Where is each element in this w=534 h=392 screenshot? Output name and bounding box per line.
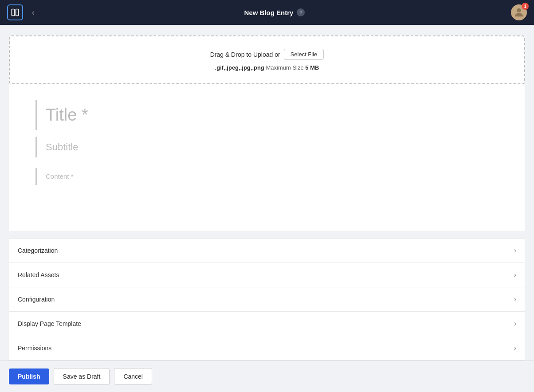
svg-point-2 — [517, 8, 521, 12]
notification-badge: 1 — [522, 3, 529, 10]
upload-drag-row: Drag & Drop to Upload or Select File — [210, 49, 324, 60]
publish-button[interactable]: Publish — [9, 368, 49, 384]
nav-right: 1 — [511, 4, 527, 20]
save-draft-button[interactable]: Save as Draft — [54, 368, 110, 385]
subtitle-field-wrapper — [35, 137, 499, 157]
accordion-item-related-assets[interactable]: Related Assets › — [9, 263, 525, 287]
content-input[interactable] — [46, 172, 499, 180]
page-title-text: New Blog Entry — [244, 9, 294, 16]
subtitle-input[interactable] — [46, 141, 499, 153]
accordion-label: Permissions — [18, 345, 51, 352]
cancel-button[interactable]: Cancel — [114, 368, 152, 385]
upload-info-row: .gif,.jpeg,.jpg,.png Maximum Size 5 MB — [215, 64, 319, 71]
accordion-item-permissions[interactable]: Permissions › — [9, 336, 525, 361]
accordion-label: Related Assets — [18, 271, 59, 278]
select-file-button[interactable]: Select File — [284, 49, 324, 60]
nav-left: ‹ — [7, 4, 38, 20]
drag-drop-text: Drag & Drop to Upload or — [210, 51, 280, 58]
accordion-item-display-page-template[interactable]: Display Page Template › — [9, 312, 525, 336]
svg-rect-0 — [12, 9, 15, 16]
editor-area — [9, 84, 525, 231]
accordion-item-categorization[interactable]: Categorization › — [9, 239, 525, 263]
chevron-right-icon: › — [514, 247, 516, 255]
svg-rect-1 — [16, 9, 19, 16]
page-title: New Blog Entry ? — [244, 8, 305, 16]
chevron-right-icon: › — [514, 344, 516, 352]
user-avatar-button[interactable]: 1 — [511, 4, 527, 20]
upload-zone[interactable]: Drag & Drop to Upload or Select File .gi… — [9, 35, 525, 84]
accordion-item-configuration[interactable]: Configuration › — [9, 287, 525, 312]
title-field-wrapper — [35, 100, 499, 130]
back-button[interactable]: ‹ — [28, 6, 38, 19]
max-size-text: Maximum Size 5 MB — [266, 64, 319, 71]
sidebar-toggle-button[interactable] — [7, 4, 23, 20]
top-nav: ‹ New Blog Entry ? 1 — [0, 0, 534, 25]
main-content: Drag & Drop to Upload or Select File .gi… — [0, 25, 534, 361]
accordion-list: Categorization › Related Assets › Config… — [9, 238, 525, 361]
help-icon[interactable]: ? — [297, 8, 305, 16]
chevron-right-icon: › — [514, 320, 516, 328]
title-input[interactable] — [46, 106, 499, 125]
accordion-label: Categorization — [18, 247, 58, 254]
accordion-label: Configuration — [18, 296, 55, 303]
file-types-text: .gif,.jpeg,.jpg,.png — [215, 64, 264, 71]
chevron-right-icon: › — [514, 295, 516, 303]
accordion-label: Display Page Template — [18, 320, 81, 327]
bottom-bar: Publish Save as Draft Cancel — [0, 361, 534, 392]
chevron-right-icon: › — [514, 271, 516, 279]
content-field-wrapper — [35, 168, 499, 185]
